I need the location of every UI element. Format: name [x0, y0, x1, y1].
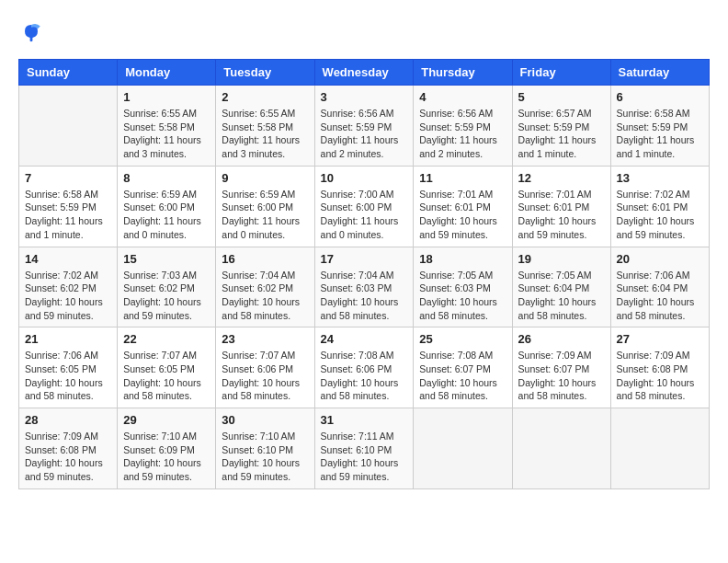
calendar-cell: 20Sunrise: 7:06 AM Sunset: 6:04 PM Dayli… [610, 247, 709, 327]
day-info: Sunrise: 6:56 AM Sunset: 5:59 PM Dayligh… [321, 107, 408, 161]
calendar-week-2: 7Sunrise: 6:58 AM Sunset: 5:59 PM Daylig… [19, 166, 710, 247]
day-number: 28 [25, 413, 111, 427]
day-info: Sunrise: 7:09 AM Sunset: 6:08 PM Dayligh… [617, 349, 703, 403]
day-info: Sunrise: 7:07 AM Sunset: 6:06 PM Dayligh… [222, 349, 308, 403]
page-header [18, 18, 710, 44]
day-number: 6 [617, 90, 703, 104]
calendar-cell: 5Sunrise: 6:57 AM Sunset: 5:59 PM Daylig… [512, 86, 610, 167]
calendar-cell: 24Sunrise: 7:08 AM Sunset: 6:06 PM Dayli… [314, 327, 414, 408]
calendar-cell [414, 408, 512, 489]
day-info: Sunrise: 7:09 AM Sunset: 6:07 PM Dayligh… [518, 349, 605, 403]
day-info: Sunrise: 7:05 AM Sunset: 6:03 PM Dayligh… [419, 269, 506, 323]
day-number: 17 [321, 252, 408, 266]
calendar-cell: 10Sunrise: 7:00 AM Sunset: 6:00 PM Dayli… [314, 166, 414, 247]
day-number: 7 [25, 171, 111, 185]
calendar-cell: 11Sunrise: 7:01 AM Sunset: 6:01 PM Dayli… [414, 166, 512, 247]
calendar-cell: 8Sunrise: 6:59 AM Sunset: 6:00 PM Daylig… [118, 166, 216, 247]
day-number: 11 [419, 171, 506, 185]
calendar-cell: 22Sunrise: 7:07 AM Sunset: 6:05 PM Dayli… [118, 327, 216, 408]
calendar-cell: 23Sunrise: 7:07 AM Sunset: 6:06 PM Dayli… [216, 327, 314, 408]
day-number: 5 [518, 90, 605, 104]
calendar-header-wednesday: Wednesday [314, 60, 414, 86]
calendar-cell: 16Sunrise: 7:04 AM Sunset: 6:02 PM Dayli… [216, 247, 314, 327]
day-info: Sunrise: 6:55 AM Sunset: 5:58 PM Dayligh… [123, 107, 210, 161]
day-number: 2 [222, 90, 308, 104]
calendar-header-row: SundayMondayTuesdayWednesdayThursdayFrid… [19, 60, 710, 86]
day-number: 3 [321, 90, 408, 104]
day-number: 23 [222, 332, 308, 346]
day-number: 10 [321, 171, 408, 185]
day-info: Sunrise: 7:06 AM Sunset: 6:05 PM Dayligh… [25, 349, 111, 403]
calendar-cell: 28Sunrise: 7:09 AM Sunset: 6:08 PM Dayli… [19, 408, 118, 489]
day-info: Sunrise: 7:02 AM Sunset: 6:02 PM Dayligh… [25, 269, 111, 323]
logo-icon [18, 18, 44, 44]
day-info: Sunrise: 7:09 AM Sunset: 6:08 PM Dayligh… [25, 430, 111, 484]
calendar-cell: 2Sunrise: 6:55 AM Sunset: 5:58 PM Daylig… [216, 86, 314, 167]
calendar-cell [610, 408, 709, 489]
calendar-cell: 17Sunrise: 7:04 AM Sunset: 6:03 PM Dayli… [314, 247, 414, 327]
day-info: Sunrise: 7:10 AM Sunset: 6:10 PM Dayligh… [222, 430, 308, 484]
day-info: Sunrise: 7:10 AM Sunset: 6:09 PM Dayligh… [123, 430, 210, 484]
day-number: 12 [518, 171, 605, 185]
calendar-cell: 13Sunrise: 7:02 AM Sunset: 6:01 PM Dayli… [610, 166, 709, 247]
day-number: 13 [617, 171, 703, 185]
day-info: Sunrise: 7:04 AM Sunset: 6:03 PM Dayligh… [321, 269, 408, 323]
day-info: Sunrise: 6:59 AM Sunset: 6:00 PM Dayligh… [123, 188, 210, 242]
calendar-week-3: 14Sunrise: 7:02 AM Sunset: 6:02 PM Dayli… [19, 247, 710, 327]
day-number: 1 [123, 90, 210, 104]
calendar-header-saturday: Saturday [610, 60, 709, 86]
calendar-cell: 1Sunrise: 6:55 AM Sunset: 5:58 PM Daylig… [118, 86, 216, 167]
calendar-cell: 19Sunrise: 7:05 AM Sunset: 6:04 PM Dayli… [512, 247, 610, 327]
calendar-cell: 6Sunrise: 6:58 AM Sunset: 5:59 PM Daylig… [610, 86, 709, 167]
calendar-week-5: 28Sunrise: 7:09 AM Sunset: 6:08 PM Dayli… [19, 408, 710, 489]
day-number: 18 [419, 252, 506, 266]
calendar-week-4: 21Sunrise: 7:06 AM Sunset: 6:05 PM Dayli… [19, 327, 710, 408]
calendar-cell: 14Sunrise: 7:02 AM Sunset: 6:02 PM Dayli… [19, 247, 118, 327]
logo [18, 18, 48, 44]
calendar-header-friday: Friday [512, 60, 610, 86]
calendar-cell: 9Sunrise: 6:59 AM Sunset: 6:00 PM Daylig… [216, 166, 314, 247]
day-info: Sunrise: 7:05 AM Sunset: 6:04 PM Dayligh… [518, 269, 605, 323]
day-number: 30 [222, 413, 308, 427]
day-number: 24 [321, 332, 408, 346]
day-info: Sunrise: 6:58 AM Sunset: 5:59 PM Dayligh… [617, 107, 703, 161]
calendar-cell [512, 408, 610, 489]
day-number: 21 [25, 332, 111, 346]
calendar-cell: 4Sunrise: 6:56 AM Sunset: 5:59 PM Daylig… [414, 86, 512, 167]
day-info: Sunrise: 6:58 AM Sunset: 5:59 PM Dayligh… [25, 188, 111, 242]
day-number: 19 [518, 252, 605, 266]
day-info: Sunrise: 6:56 AM Sunset: 5:59 PM Dayligh… [419, 107, 506, 161]
day-info: Sunrise: 7:08 AM Sunset: 6:07 PM Dayligh… [419, 349, 506, 403]
day-info: Sunrise: 7:01 AM Sunset: 6:01 PM Dayligh… [419, 188, 506, 242]
calendar-cell [19, 86, 118, 167]
calendar-header-monday: Monday [118, 60, 216, 86]
day-number: 27 [617, 332, 703, 346]
calendar-cell: 7Sunrise: 6:58 AM Sunset: 5:59 PM Daylig… [19, 166, 118, 247]
calendar-cell: 26Sunrise: 7:09 AM Sunset: 6:07 PM Dayli… [512, 327, 610, 408]
day-number: 25 [419, 332, 506, 346]
day-number: 9 [222, 171, 308, 185]
day-number: 20 [617, 252, 703, 266]
day-number: 4 [419, 90, 506, 104]
calendar-cell: 29Sunrise: 7:10 AM Sunset: 6:09 PM Dayli… [118, 408, 216, 489]
calendar-cell: 30Sunrise: 7:10 AM Sunset: 6:10 PM Dayli… [216, 408, 314, 489]
calendar-cell: 25Sunrise: 7:08 AM Sunset: 6:07 PM Dayli… [414, 327, 512, 408]
day-number: 15 [123, 252, 210, 266]
calendar-cell: 31Sunrise: 7:11 AM Sunset: 6:10 PM Dayli… [314, 408, 414, 489]
day-number: 14 [25, 252, 111, 266]
day-number: 26 [518, 332, 605, 346]
day-info: Sunrise: 7:08 AM Sunset: 6:06 PM Dayligh… [321, 349, 408, 403]
calendar-cell: 21Sunrise: 7:06 AM Sunset: 6:05 PM Dayli… [19, 327, 118, 408]
calendar-header-tuesday: Tuesday [216, 60, 314, 86]
day-number: 22 [123, 332, 210, 346]
calendar-header-thursday: Thursday [414, 60, 512, 86]
day-info: Sunrise: 7:04 AM Sunset: 6:02 PM Dayligh… [222, 269, 308, 323]
day-number: 29 [123, 413, 210, 427]
day-info: Sunrise: 6:59 AM Sunset: 6:00 PM Dayligh… [222, 188, 308, 242]
calendar-cell: 18Sunrise: 7:05 AM Sunset: 6:03 PM Dayli… [414, 247, 512, 327]
day-number: 16 [222, 252, 308, 266]
day-info: Sunrise: 7:02 AM Sunset: 6:01 PM Dayligh… [617, 188, 703, 242]
day-info: Sunrise: 7:03 AM Sunset: 6:02 PM Dayligh… [123, 269, 210, 323]
calendar-cell: 3Sunrise: 6:56 AM Sunset: 5:59 PM Daylig… [314, 86, 414, 167]
day-info: Sunrise: 7:11 AM Sunset: 6:10 PM Dayligh… [321, 430, 408, 484]
